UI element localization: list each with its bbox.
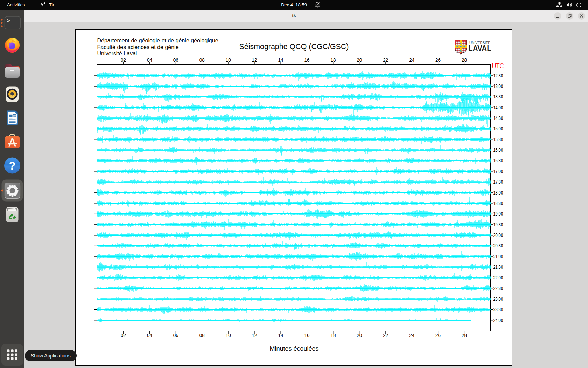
- svg-text:>_: >_: [7, 18, 13, 24]
- svg-text:?: ?: [9, 159, 16, 172]
